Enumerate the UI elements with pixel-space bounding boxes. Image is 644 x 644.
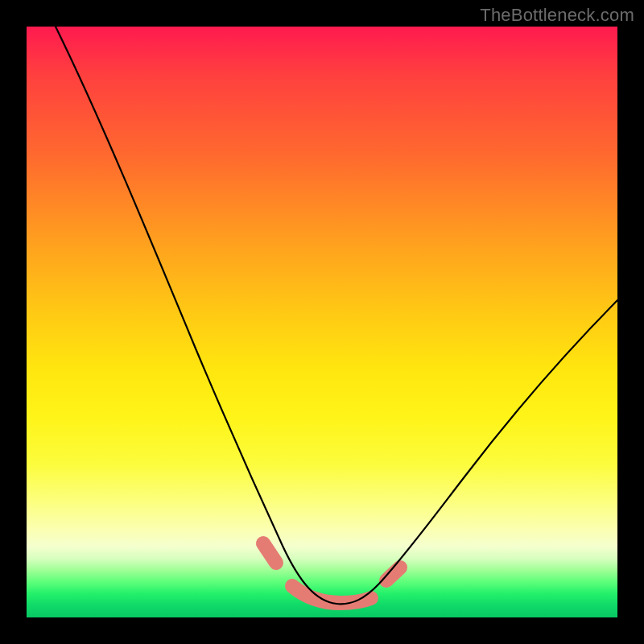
- watermark-label: TheBottleneck.com: [480, 5, 634, 26]
- highlight-group: [263, 543, 400, 603]
- highlight-left-entry: [263, 543, 276, 563]
- bottleneck-curve: [56, 27, 617, 604]
- curve-layer: [27, 27, 617, 617]
- chart-frame: TheBottleneck.com: [0, 0, 644, 644]
- plot-area: [27, 27, 617, 617]
